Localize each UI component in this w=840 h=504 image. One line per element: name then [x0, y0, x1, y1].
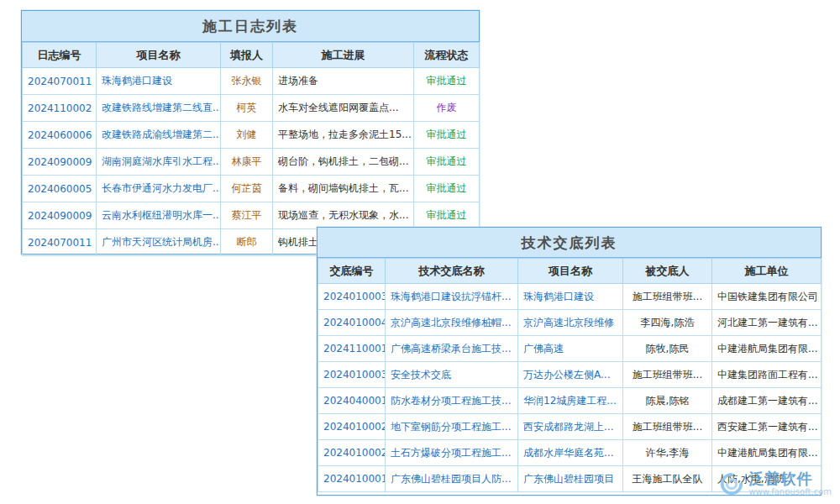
- log-project-cell[interactable]: 广州市天河区统计局机房...: [97, 229, 221, 256]
- disclosure-name-cell[interactable]: 土石方爆破分项工程施工...: [386, 440, 518, 466]
- fanpu-brand-name: 泛普软件: [748, 470, 832, 487]
- table-row[interactable]: 2024010003 安全技术交底 万达办公楼左侧A... 施工班组带班... …: [318, 362, 822, 388]
- table-row[interactable]: 2024110002 改建铁路线增建第二线直... 柯英 水车对全线遮阳网覆盖点…: [23, 95, 480, 122]
- disclosure-name-cell[interactable]: 京沪高速北京段维修桩帽...: [386, 310, 518, 336]
- log-progress-cell: 备料，砌间墙钩机排土，瓦...: [273, 176, 414, 202]
- table-row[interactable]: 2024060006 改建铁路成渝线增建第二... 刘健 平整场地，拉走多余泥土…: [23, 122, 480, 149]
- log-col-project: 项目名称: [97, 43, 221, 68]
- status-badge: 审批通过: [414, 202, 480, 229]
- construction-log-window: 施工日志列表 日志编号 项目名称 填报人 施工进展 流程状态 202407001…: [21, 10, 480, 255]
- disclosure-id-cell[interactable]: 2024010001: [318, 466, 386, 492]
- disclosure-unit-cell: 中建集团路面工程有...: [712, 362, 822, 388]
- disclosure-receiver-cell: 许华,李海: [623, 440, 712, 466]
- disclosure-id-cell[interactable]: 2024110001: [318, 336, 386, 362]
- technical-disclosure-title: 技术交底列表: [318, 228, 821, 258]
- disclosure-name-cell[interactable]: 珠海鹤港口建设抗浮锚杆...: [386, 284, 518, 310]
- disclosure-project-cell[interactable]: 京沪高速北京段维修: [518, 310, 623, 336]
- disclosure-receiver-cell: 陈牧,陈民: [623, 336, 712, 362]
- status-badge: 审批通过: [414, 122, 480, 149]
- log-reporter-cell: 何芷茵: [221, 176, 273, 202]
- disclosure-project-cell[interactable]: 华润12城房建工程...: [518, 388, 623, 414]
- log-reporter-cell: 林康平: [221, 149, 273, 176]
- log-id-cell[interactable]: 2024070011: [23, 68, 97, 95]
- log-reporter-cell: 断郎: [221, 229, 273, 256]
- status-badge: 审批通过: [414, 176, 480, 202]
- status-badge: 审批通过: [414, 149, 480, 176]
- disclosure-name-cell[interactable]: 地下室钢筋分项工程施工...: [386, 414, 518, 440]
- disclosure-project-cell[interactable]: 珠海鹤港口建设: [518, 284, 623, 310]
- table-row[interactable]: 2024110001 广佛高速桥梁承台施工技... 广佛高速 陈牧,陈民 中建港…: [318, 336, 822, 362]
- table-row[interactable]: 2024010002 土石方爆破分项工程施工... 成都水岸华庭名苑... 许华…: [318, 440, 822, 466]
- log-progress-cell: 进场准备: [273, 68, 414, 95]
- log-progress-cell: 平整场地，拉走多余泥土15...: [273, 122, 414, 149]
- log-progress-cell: 砌台阶，钩机排土，二包砌...: [273, 149, 414, 176]
- log-progress-cell: 水车对全线遮阳网覆盖点...: [273, 95, 414, 122]
- status-badge: 审批通过: [414, 68, 480, 95]
- disclosure-name-cell[interactable]: 安全技术交底: [386, 362, 518, 388]
- disclosure-unit-cell: 中国铁建集团有限公司: [712, 284, 822, 310]
- disclosure-project-cell[interactable]: 万达办公楼左侧A...: [518, 362, 623, 388]
- log-reporter-cell: 柯英: [221, 95, 273, 122]
- log-id-cell[interactable]: 2024070011: [23, 229, 97, 256]
- disclosure-receiver-cell: 李四海,陈浩: [623, 310, 712, 336]
- log-col-reporter: 填报人: [221, 43, 273, 68]
- table-row[interactable]: 2024090009 湖南洞庭湖水库引水工程... 林康平 砌台阶，钩机排土，二…: [23, 149, 480, 176]
- log-project-cell[interactable]: 云南水利枢纽潜明水库一...: [97, 202, 221, 229]
- status-badge: 作废: [414, 95, 480, 122]
- table-row[interactable]: 2024040001 防水卷材分项工程施工技... 华润12城房建工程... 陈…: [318, 388, 822, 414]
- table-row[interactable]: 2024090009 云南水利枢纽潜明水库一... 蔡江平 现场巡查，无积水现象…: [23, 202, 480, 229]
- disclosure-receiver-cell: 王海施工队全队: [623, 466, 712, 492]
- disclosure-id-cell[interactable]: 2024010004: [318, 310, 386, 336]
- disclosure-id-cell[interactable]: 2024040001: [318, 388, 386, 414]
- log-project-cell[interactable]: 珠海鹤港口建设: [97, 68, 221, 95]
- construction-log-title: 施工日志列表: [22, 11, 479, 42]
- disclosure-name-cell[interactable]: 广东佛山碧桂园项目人防...: [386, 466, 518, 492]
- disclosure-col-name: 技术交底名称: [386, 259, 518, 284]
- log-header-row: 日志编号 项目名称 填报人 施工进展 流程状态: [23, 43, 480, 68]
- disclosure-receiver-cell: 施工班组带班...: [623, 362, 712, 388]
- log-progress-cell: 现场巡查，无积水现象，水...: [273, 202, 414, 229]
- disclosure-project-cell[interactable]: 成都水岸华庭名苑...: [518, 440, 623, 466]
- log-project-cell[interactable]: 改建铁路成渝线增建第二...: [97, 122, 221, 149]
- disclosure-unit-cell: 河北建工第一建筑有...: [712, 310, 822, 336]
- table-row[interactable]: 2024010004 京沪高速北京段维修桩帽... 京沪高速北京段维修 李四海,…: [318, 310, 822, 336]
- disclosure-id-cell[interactable]: 2024010002: [318, 440, 386, 466]
- disclosure-project-cell[interactable]: 西安成都路龙湖上...: [518, 414, 623, 440]
- disclosure-receiver-cell: 施工班组带班...: [623, 414, 712, 440]
- table-row[interactable]: 2024070011 珠海鹤港口建设 张永银 进场准备 审批通过: [23, 68, 480, 95]
- disclosure-project-cell[interactable]: 广佛高速: [518, 336, 623, 362]
- log-project-cell[interactable]: 湖南洞庭湖水库引水工程...: [97, 149, 221, 176]
- log-reporter-cell: 张永银: [221, 68, 273, 95]
- disclosure-col-id: 交底编号: [318, 259, 386, 284]
- log-id-cell[interactable]: 2024110002: [23, 95, 97, 122]
- disclosure-id-cell[interactable]: 2024010003: [318, 362, 386, 388]
- technical-disclosure-table: 交底编号 技术交底名称 项目名称 被交底人 施工单位 2024010003 珠海…: [318, 258, 822, 492]
- fanpu-watermark: 泛普软件 www.fanpusoft.com: [719, 470, 832, 497]
- disclosure-name-cell[interactable]: 防水卷材分项工程施工技...: [386, 388, 518, 414]
- log-col-progress: 施工进展: [273, 43, 414, 68]
- disclosure-header-row: 交底编号 技术交底名称 项目名称 被交底人 施工单位: [318, 259, 822, 284]
- table-row[interactable]: 2024010002 地下室钢筋分项工程施工... 西安成都路龙湖上... 施工…: [318, 414, 822, 440]
- table-row[interactable]: 2024060005 长春市伊通河水力发电厂... 何芷茵 备料，砌间墙钩机排土…: [23, 176, 480, 202]
- disclosure-id-cell[interactable]: 2024010003: [318, 284, 386, 310]
- log-id-cell[interactable]: 2024090009: [23, 149, 97, 176]
- disclosure-col-project: 项目名称: [518, 259, 623, 284]
- log-project-cell[interactable]: 改建铁路线增建第二线直...: [97, 95, 221, 122]
- log-id-cell[interactable]: 2024090009: [23, 202, 97, 229]
- log-id-cell[interactable]: 2024060005: [23, 176, 97, 202]
- disclosure-col-receiver: 被交底人: [623, 259, 712, 284]
- log-reporter-cell: 刘健: [221, 122, 273, 149]
- disclosure-unit-cell: 成都建工第一建筑有...: [712, 388, 822, 414]
- disclosure-name-cell[interactable]: 广佛高速桥梁承台施工技...: [386, 336, 518, 362]
- log-id-cell[interactable]: 2024060006: [23, 122, 97, 149]
- disclosure-receiver-cell: 施工班组带班...: [623, 284, 712, 310]
- disclosure-unit-cell: 中建港航局集团有限...: [712, 336, 822, 362]
- fanpu-watermark-text: 泛普软件 www.fanpusoft.com: [748, 470, 832, 497]
- technical-disclosure-window: 技术交底列表 交底编号 技术交底名称 项目名称 被交底人 施工单位 202401…: [317, 227, 822, 496]
- table-row[interactable]: 2024010003 珠海鹤港口建设抗浮锚杆... 珠海鹤港口建设 施工班组带班…: [318, 284, 822, 310]
- disclosure-col-unit: 施工单位: [712, 259, 822, 284]
- disclosure-id-cell[interactable]: 2024010002: [318, 414, 386, 440]
- log-project-cell[interactable]: 长春市伊通河水力发电厂...: [97, 176, 221, 202]
- fanpu-logo-icon: [719, 471, 744, 496]
- disclosure-project-cell[interactable]: 广东佛山碧桂园项目: [518, 466, 623, 492]
